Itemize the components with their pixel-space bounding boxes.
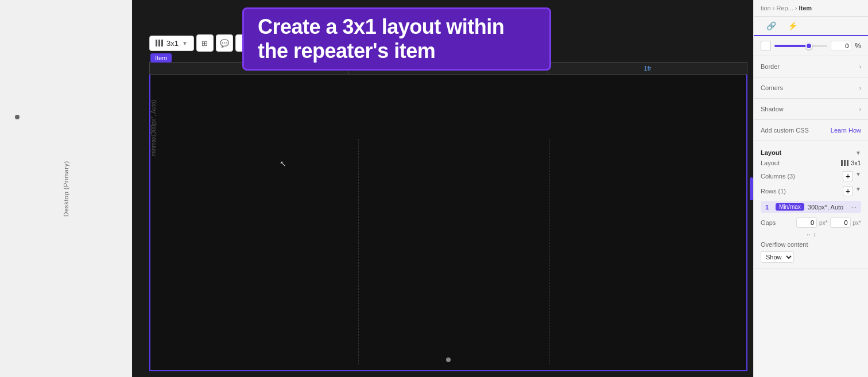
color-swatch[interactable] — [761, 41, 771, 51]
overflow-row: Overflow content — [761, 239, 861, 250]
row-config-more[interactable]: ··· — [851, 204, 857, 211]
gaps-row: Gaps px* px* — [761, 215, 861, 230]
columns-label: Columns (3) — [761, 173, 795, 180]
item-badge: Item — [150, 53, 172, 63]
opacity-section: % — [754, 36, 868, 56]
layout-label: Layout — [761, 149, 781, 156]
corners-row: Corners › — [761, 82, 861, 94]
tab-link[interactable]: 🔗 — [761, 17, 782, 36]
row-num: 1 — [765, 204, 772, 211]
gaps-inputs: px* px* — [796, 217, 861, 228]
corners-label: Corners — [761, 84, 783, 91]
grid-area — [168, 139, 741, 364]
breadcrumb-header: tion › Rep... › Item — [754, 0, 868, 17]
shadow-row: Shadow › — [761, 103, 861, 115]
layout-value-display: 3x1 — [841, 160, 861, 166]
corners-section: Corners › — [754, 77, 868, 99]
comment-icon-btn[interactable]: 💬 — [216, 34, 233, 52]
repeater-container: minmax(300px*, Auto) ↖ — [149, 63, 747, 371]
breadcrumb-part-1[interactable]: tion — [761, 5, 771, 11]
layout-grid-icon — [841, 160, 848, 166]
custom-css-section: Add custom CSS Learn How — [754, 120, 868, 141]
custom-css-label: Add custom CSS — [761, 127, 809, 134]
columns-row: Columns (3) + ▼ — [761, 169, 861, 184]
row-config-minmax: Min/max — [776, 203, 804, 211]
layout-dropdown[interactable]: 3x1 ▼ — [149, 36, 194, 51]
shadow-label: Shadow — [761, 106, 784, 112]
layout-value-label: Layout — [761, 160, 780, 166]
row-label: minmax(300px*, Auto) — [150, 100, 157, 156]
shadow-chevron[interactable]: › — [859, 106, 861, 112]
tutorial-banner: Create a 3x1 layout within the repeater'… — [242, 7, 551, 71]
opacity-unit: % — [855, 42, 861, 50]
dropdown-arrow: ▼ — [182, 40, 188, 46]
border-label: Border — [761, 63, 780, 70]
cursor-indicator: ↖ — [280, 159, 286, 168]
breadcrumb-sep-2: › — [795, 5, 797, 11]
gaps-row-input[interactable] — [830, 217, 851, 228]
tab-bolt[interactable]: ⚡ — [782, 17, 803, 35]
border-chevron[interactable]: › — [859, 64, 861, 70]
right-panel: tion › Rep... › Item 🔗 ⚡ % — [753, 0, 868, 377]
layout-title: Layout ▼ — [761, 146, 861, 157]
grid-icon — [156, 40, 163, 46]
bottom-dot — [446, 357, 451, 362]
overflow-label: Overflow content — [761, 241, 808, 248]
overflow-select[interactable]: Show Hide — [761, 251, 794, 263]
overflow-select-row: Show Hide — [761, 250, 861, 264]
row-config-detail: 300px*, Auto — [808, 204, 843, 211]
opacity-slider-thumb — [805, 42, 812, 49]
col-header-3: 1fr — [548, 63, 747, 74]
rows-label: Rows (1) — [761, 188, 786, 195]
layout-value-row: Layout 3x1 — [761, 157, 861, 169]
opacity-row: % — [761, 41, 861, 51]
breadcrumb-part-3: Item — [799, 5, 812, 11]
sidebar-label: Desktop (Primary) — [63, 161, 69, 216]
row-config: 1 Min/max 300px*, Auto ··· — [761, 201, 861, 213]
canvas-resize-handle[interactable] — [750, 177, 753, 200]
shadow-section: Shadow › — [754, 99, 868, 120]
learn-how-link[interactable]: Learn How — [831, 127, 861, 134]
grid-col-2 — [359, 139, 550, 364]
left-sidebar: Desktop (Primary) — [0, 0, 132, 377]
gaps-label: Gaps — [761, 219, 776, 226]
columns-add-btn[interactable]: + — [843, 171, 853, 181]
tab-row: 🔗 ⚡ — [754, 17, 868, 36]
app-layout: Desktop (Primary) Create a 3x1 layout wi… — [0, 0, 868, 377]
border-section: Border › — [754, 56, 868, 77]
rows-controls: + ▼ — [843, 186, 861, 196]
grid-col-1 — [168, 139, 359, 364]
grid-col-3 — [550, 139, 741, 364]
layout-chevron[interactable]: ▼ — [855, 150, 861, 156]
corners-chevron[interactable]: › — [859, 85, 861, 91]
breadcrumb-part-2[interactable]: Rep... — [776, 5, 793, 11]
rows-row: Rows (1) + ▼ — [761, 184, 861, 199]
columns-controls: + ▼ — [843, 171, 861, 181]
table-icon-btn[interactable]: ⊞ — [196, 34, 214, 52]
border-row: Border › — [761, 61, 861, 72]
gaps-arrows: ↔ ↕ — [761, 230, 861, 239]
gaps-col-unit: px* — [819, 220, 827, 226]
breadcrumb: tion › Rep... › Item — [761, 5, 812, 11]
gaps-col-input[interactable] — [796, 217, 817, 228]
rows-add-btn[interactable]: + — [843, 186, 853, 196]
opacity-slider[interactable] — [774, 45, 827, 47]
rows-chevron[interactable]: ▼ — [855, 186, 861, 196]
layout-grid-label: 3x1 — [851, 160, 861, 166]
gaps-row-unit: px* — [853, 220, 861, 226]
sidebar-dot — [15, 115, 20, 119]
layout-dropdown-value: 3x1 — [166, 39, 179, 48]
layout-section: Layout ▼ Layout 3x1 Columns (3) — [754, 141, 868, 269]
columns-chevron[interactable]: ▼ — [855, 171, 861, 181]
custom-css-row: Add custom CSS Learn How — [761, 125, 861, 136]
opacity-input[interactable] — [831, 41, 851, 51]
breadcrumb-sep-1: › — [773, 5, 775, 11]
canvas-area: Create a 3x1 layout within the repeater'… — [132, 0, 753, 377]
banner-title: Create a 3x1 layout within the repeater'… — [258, 15, 536, 63]
